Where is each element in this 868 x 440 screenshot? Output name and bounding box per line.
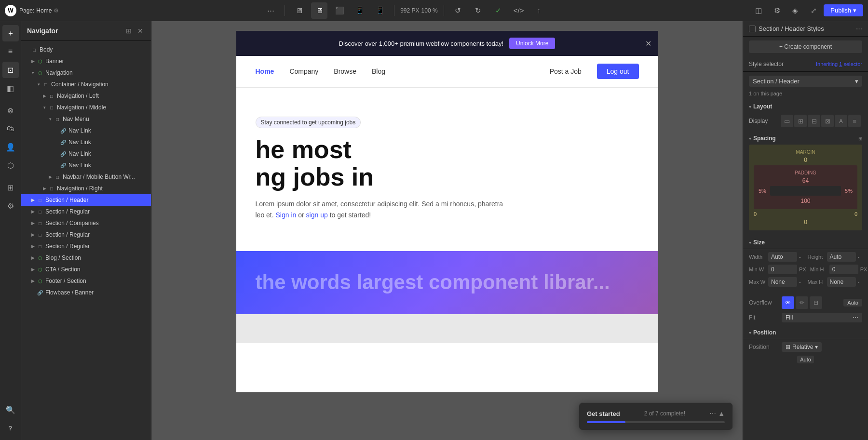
tree-arrow-navigation[interactable]: ▾ [30, 70, 36, 76]
settings-icon[interactable]: ⚙ [769, 2, 785, 19]
rp-more-icon[interactable]: ⋯ [856, 25, 862, 32]
tree-arrow-navigation-left[interactable]: ▶ [41, 93, 47, 99]
tree-arrow-section-companies[interactable]: ▶ [30, 220, 36, 226]
display-text-btn[interactable]: A [835, 115, 847, 127]
tree-arrow-navbar-mobile[interactable]: ▶ [47, 174, 53, 180]
display-block-btn[interactable]: ▭ [781, 115, 793, 127]
min-h-input[interactable]: 0 [829, 265, 858, 274]
display-flex-btn[interactable]: ⊞ [794, 115, 807, 127]
tree-item-section-companies[interactable]: ▶□Section / Companies [21, 217, 151, 229]
inheriting-count[interactable]: 1 [839, 61, 842, 67]
page-settings-icon[interactable]: ⚙ [54, 7, 59, 14]
export-icon[interactable]: ↑ [531, 2, 547, 19]
breakpoint-desktop-large-icon[interactable]: 🖥 [291, 2, 307, 19]
tree-item-cta-section[interactable]: ▶⬡CTA / Section [21, 264, 151, 275]
tree-arrow-nav-link-4[interactable] [53, 162, 59, 168]
navigator-close-icon[interactable]: ✕ [136, 26, 145, 36]
tree-item-navbar-mobile[interactable]: ▶□Navbar / Mobile Button Wr... [21, 171, 151, 183]
ecomm-button[interactable]: 🛍 [2, 120, 19, 137]
tree-arrow-section-regular-3[interactable]: ▶ [30, 243, 36, 249]
fit-dropdown[interactable]: Fill ⋯ [782, 313, 862, 322]
tree-item-footer-section[interactable]: ▶⬡Footer / Section [21, 275, 151, 287]
assets-icon[interactable]: ◫ [750, 2, 767, 19]
tree-arrow-footer-section[interactable]: ▶ [30, 278, 36, 284]
tree-arrow-section-regular-1[interactable]: ▶ [30, 209, 36, 214]
project-settings-button[interactable]: ⚙ [2, 198, 19, 214]
breakpoint-mobile-icon[interactable]: 📱 [372, 2, 388, 19]
display-inline-btn[interactable]: ⊠ [821, 115, 834, 127]
tree-item-container-navigation[interactable]: ▾□Container / Navigation [21, 79, 151, 90]
display-grid-btn[interactable]: ⊟ [808, 115, 820, 127]
tree-item-nav-link-2[interactable]: 🔗Nav Link [21, 136, 151, 148]
tree-item-navigation-right[interactable]: ▶□Navigation / Right [21, 183, 151, 194]
nav-link-post-job[interactable]: Post a Job [550, 67, 582, 75]
tree-item-section-regular-3[interactable]: ▶□Section / Regular [21, 240, 151, 252]
more-icon[interactable]: ⋯ [262, 2, 279, 19]
tree-arrow-banner[interactable]: ▶ [30, 58, 36, 64]
overflow-visible-btn[interactable]: 👁 [782, 296, 794, 309]
max-w-input[interactable]: None [768, 277, 797, 287]
tree-arrow-body[interactable] [24, 47, 30, 53]
tree-item-navigation-middle[interactable]: ▾□Navigation / Middle [21, 102, 151, 113]
redo-button[interactable]: ↻ [470, 2, 487, 19]
size-section-header[interactable]: ▾ Size [743, 236, 868, 249]
nav-link-blog[interactable]: Blog [372, 67, 385, 75]
tree-arrow-section-header[interactable]: ▶ [30, 197, 36, 203]
nav-cta-button[interactable]: Log out [597, 64, 639, 79]
style-dropdown[interactable]: Section / Header ▾ [749, 76, 862, 87]
position-section-header[interactable]: ▾ Position [743, 326, 868, 339]
overflow-hidden-btn[interactable]: ✏ [796, 296, 808, 309]
undo-button[interactable]: ↺ [450, 2, 466, 19]
hero-sign-in-link[interactable]: Sign in [276, 211, 297, 219]
tree-arrow-blog-section[interactable]: ▶ [30, 255, 36, 261]
create-component-button[interactable]: + Create component [749, 40, 862, 53]
navigator-button[interactable]: ⊡ [2, 62, 19, 78]
tree-arrow-cta-section[interactable]: ▶ [30, 267, 36, 272]
banner-close-icon[interactable]: ✕ [645, 39, 651, 48]
tree-arrow-nav-link-2[interactable] [53, 139, 59, 145]
navigator-duplicate-icon[interactable]: ⊞ [124, 26, 134, 36]
breakpoint-tablet-icon[interactable]: 📱 [352, 2, 368, 19]
height-input[interactable]: Auto [827, 252, 856, 262]
padding-top-val[interactable]: 64 [759, 177, 853, 184]
code-editor-icon[interactable]: </> [511, 2, 527, 19]
layout-section-header[interactable]: ▾ Layout [743, 100, 868, 113]
get-started-more-icon[interactable]: ⋯ [709, 410, 716, 417]
layers-button[interactable]: ≡ [2, 43, 19, 60]
tree-arrow-container-navigation[interactable]: ▾ [36, 81, 41, 87]
tree-item-nav-link-1[interactable]: 🔗Nav Link [21, 125, 151, 136]
max-h-input[interactable]: None [827, 277, 856, 287]
tree-item-nav-link-3[interactable]: 🔗Nav Link [21, 148, 151, 160]
margin-top-val[interactable]: 0 [754, 157, 857, 163]
nav-link-company[interactable]: Company [289, 67, 318, 75]
add-element-button[interactable]: ＋ [2, 25, 19, 41]
tree-item-section-header[interactable]: ▶□Section / Header [21, 194, 151, 206]
breakpoint-tablet-landscape-icon[interactable]: ⬛ [331, 2, 348, 19]
min-w-input[interactable]: 0 [768, 265, 797, 274]
width-input[interactable]: Auto [768, 252, 797, 262]
overflow-auto-badge[interactable]: Auto [843, 299, 862, 307]
nav-link-browse[interactable]: Browse [334, 67, 356, 75]
help-button[interactable]: ? [2, 420, 19, 436]
tree-arrow-section-regular-2[interactable]: ▶ [30, 232, 36, 238]
tree-item-navigation-left[interactable]: ▶□Navigation / Left [21, 90, 151, 102]
expand-icon[interactable]: ⤢ [805, 2, 822, 19]
tree-item-body[interactable]: □Body [21, 44, 151, 55]
tree-item-blog-section[interactable]: ▶⬡Blog / Section [21, 252, 151, 264]
logic-button[interactable]: ⬡ [2, 157, 19, 173]
overflow-scroll-btn[interactable]: ⊟ [810, 296, 822, 309]
padding-right-val[interactable]: 5% [845, 188, 853, 194]
hero-sign-up-link[interactable]: sign up [306, 211, 328, 219]
tree-item-navigation[interactable]: ▾⬡Navigation [21, 67, 151, 79]
assets-button[interactable]: ◧ [2, 80, 19, 96]
get-started-collapse-icon[interactable]: ▲ [718, 410, 725, 417]
unlock-more-button[interactable]: Unlock More [509, 38, 555, 49]
page-name[interactable]: Home [36, 7, 52, 14]
tree-item-section-regular-1[interactable]: ▶□Section / Regular [21, 206, 151, 217]
padding-left-val[interactable]: 5% [759, 188, 766, 194]
tree-arrow-nav-link-1[interactable] [53, 128, 59, 133]
component-checkbox[interactable] [749, 26, 756, 32]
breakpoint-desktop-icon[interactable]: 🖥 [311, 2, 327, 19]
search-button[interactable]: 🔍 [2, 401, 19, 418]
tree-arrow-nav-link-3[interactable] [53, 151, 59, 157]
